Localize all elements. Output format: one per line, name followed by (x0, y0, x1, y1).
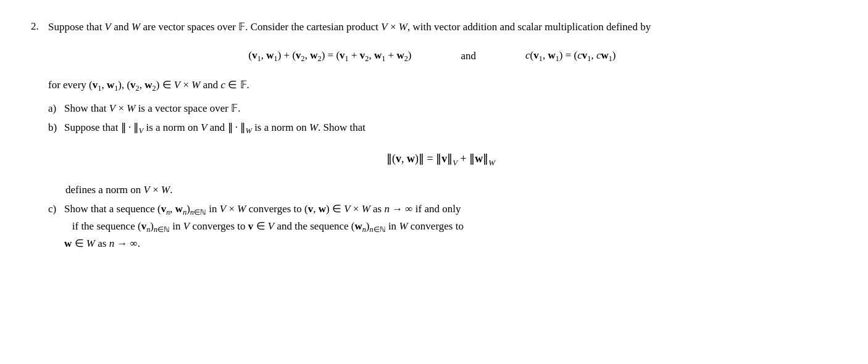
norm-equation: ‖(v, w)‖ = ‖v‖V + ‖w‖W (386, 151, 495, 168)
problem-header: 2. Suppose that V and W are vector space… (31, 19, 833, 35)
part-c-label: c) (48, 201, 61, 251)
part-a-label: a) (48, 101, 61, 117)
equation-and: and (461, 48, 476, 64)
part-a: a) Show that V × W is a vector space ove… (48, 101, 833, 117)
problem-intro: Suppose that V and W are vector spaces o… (48, 19, 651, 35)
part-c: c) Show that a sequence (vn, wn)n∈ℕ in V… (48, 201, 833, 251)
part-b-continuation: defines a norm on V × W. (65, 182, 833, 198)
continuation-text: for every (v1, w1), (v2, w2) ∈ V × W and… (48, 77, 833, 94)
problem-number: 2. (31, 19, 48, 35)
norm-equation-display: ‖(v, w)‖ = ‖v‖V + ‖w‖W (48, 151, 833, 168)
problem-container: 2. Suppose that V and W are vector space… (31, 19, 833, 251)
sub-parts: a) Show that V × W is a vector space ove… (48, 101, 833, 252)
part-c-text: Show that a sequence (vn, wn)n∈ℕ in V × … (64, 201, 464, 251)
equation-right: c(v1, w1) = (cv1, cw1) (525, 48, 616, 65)
part-b-text: Suppose that ‖ · ‖V is a norm on V and ‖… (64, 120, 365, 137)
part-b: b) Suppose that ‖ · ‖V is a norm on V an… (48, 120, 833, 137)
part-a-text: Show that V × W is a vector space over 𝔽… (64, 101, 240, 117)
equation-left: (v1, w1) + (v2, w2) = (v1 + v2, w1 + w2) (248, 48, 411, 65)
part-b-label: b) (48, 120, 61, 137)
display-equation: (v1, w1) + (v2, w2) = (v1 + v2, w1 + w2)… (31, 48, 833, 65)
